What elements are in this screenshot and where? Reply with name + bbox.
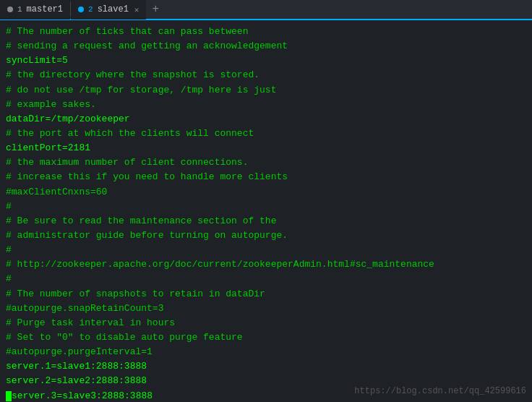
content-line-12: # — [6, 200, 526, 214]
content-line-14: # administrator guide before turning on … — [6, 228, 526, 243]
content-line-4: # do not use /tmp for storage, /tmp here… — [6, 83, 526, 98]
tab-label-master: master1 — [27, 4, 63, 14]
content-line-22: #autopurge.purgeInterval=1 — [6, 345, 526, 359]
content-line-17: # — [6, 272, 526, 286]
content-line-0: # The number of ticks that can pass betw… — [6, 25, 526, 39]
content-line-20: # Purge task interval in hours — [6, 316, 526, 330]
tab-label-slave: slave1 — [98, 4, 129, 14]
content-line-10: # increase this if you need to handle mo… — [6, 170, 526, 184]
content-line-13: # Be sure to read the maintenance sectio… — [6, 214, 526, 228]
content-line-1: # sending a request and getting an ackno… — [6, 39, 526, 54]
tab-dot-slave — [78, 7, 84, 12]
tab-slave1[interactable]: 2 slave1 ✕ — [71, 0, 146, 20]
tab-number-master: 1 — [17, 5, 22, 14]
tab-close-slave[interactable]: ✕ — [134, 5, 140, 14]
watermark: https://blog.csdn.net/qq_42599616 — [354, 386, 526, 396]
tab-bar: 1 master1 2 slave1 ✕ + — [0, 0, 532, 20]
content-line-2: syncLimit=5 — [6, 54, 526, 68]
content-line-7: # the port at which the clients will con… — [6, 127, 526, 141]
tab-dot-master — [7, 7, 13, 12]
content-line-5: # example sakes. — [6, 98, 526, 112]
content-line-18: # The number of snapshots to retain in d… — [6, 287, 526, 302]
content-line-9: # the maximum number of client connectio… — [6, 155, 526, 170]
text-cursor — [6, 391, 12, 401]
tab-add-button[interactable]: + — [146, 0, 165, 20]
content-line-6: dataDir=/tmp/zookeeper — [6, 112, 526, 127]
content-line-21: # Set to "0" to disable auto purge featu… — [6, 330, 526, 345]
content-line-8: clientPort=2181 — [6, 141, 526, 155]
content-line-23: server.1=slave1:2888:3888 — [6, 359, 526, 374]
content-line-3: # the directory where the snapshot is st… — [6, 68, 526, 82]
content-line-15: # — [6, 243, 526, 257]
content-area: # The number of ticks that can pass betw… — [0, 20, 532, 402]
content-line-11: #maxClientCnxns=60 — [6, 185, 526, 200]
tab-master1[interactable]: 1 master1 — [0, 0, 70, 20]
content-line-19: #autopurge.snapRetainCount=3 — [6, 302, 526, 316]
content-line-16: # http://zookeeper.apache.org/doc/curren… — [6, 257, 526, 272]
tab-number-slave: 2 — [88, 5, 93, 14]
